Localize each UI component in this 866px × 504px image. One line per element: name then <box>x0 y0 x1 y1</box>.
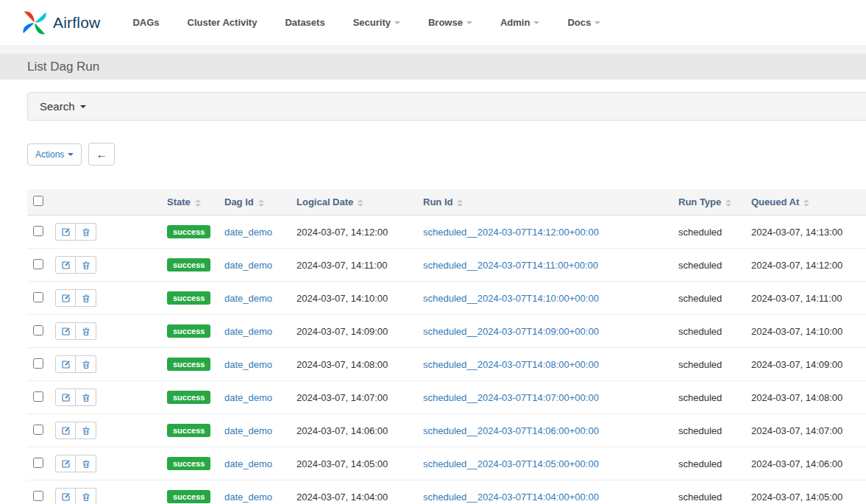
navbar: Airflow DAGs Cluster Activity Datasets S… <box>0 0 866 45</box>
state-badge: success <box>167 358 210 371</box>
nav-item-browse[interactable]: Browse <box>428 17 472 28</box>
dag-id-link[interactable]: date_demo <box>224 392 272 403</box>
nav-item-dags[interactable]: DAGs <box>132 17 159 28</box>
chevron-down-icon <box>466 21 472 24</box>
dag-id-link[interactable]: date_demo <box>224 458 272 469</box>
column-header-state[interactable]: State <box>161 189 219 216</box>
edit-icon <box>61 426 71 436</box>
dag-id-link[interactable]: date_demo <box>224 326 272 337</box>
chevron-down-icon <box>394 21 400 24</box>
column-header-dag-id[interactable]: Dag Id <box>219 189 291 216</box>
logical-date-value: 2024-03-07, 14:11:00 <box>297 260 387 271</box>
row-checkbox[interactable] <box>33 425 43 435</box>
column-header-run-id[interactable]: Run Id <box>417 189 672 216</box>
delete-button[interactable] <box>76 455 96 472</box>
edit-button[interactable] <box>55 455 76 472</box>
page-title: List Dag Run <box>27 60 99 74</box>
dag-id-link[interactable]: date_demo <box>224 260 272 271</box>
nav-item-cluster-activity[interactable]: Cluster Activity <box>188 17 258 28</box>
delete-button[interactable] <box>76 256 96 274</box>
run-type-value: scheduled <box>678 425 722 436</box>
trash-icon <box>82 492 90 502</box>
run-type-value: scheduled <box>678 359 722 370</box>
row-checkbox[interactable] <box>33 358 43 369</box>
edit-button[interactable] <box>55 488 76 504</box>
search-panel-toggle[interactable]: Search <box>27 92 866 121</box>
nav-item-datasets[interactable]: Datasets <box>285 17 324 28</box>
airflow-brand[interactable]: Airflow <box>21 9 100 37</box>
sort-icon <box>803 199 809 207</box>
run-id-link[interactable]: scheduled__2024-03-07T14:11:00+00:00 <box>423 260 598 271</box>
state-badge: success <box>167 225 210 238</box>
table-row: success date_demo 2024-03-07, 14:09:00 s… <box>27 315 866 348</box>
edit-icon <box>61 260 71 270</box>
delete-button[interactable] <box>76 289 96 307</box>
select-all-checkbox[interactable] <box>33 196 43 206</box>
queued-at-value: 2024-03-07, 14:05:00 <box>751 491 842 503</box>
row-checkbox[interactable] <box>33 226 43 236</box>
edit-button[interactable] <box>55 256 76 274</box>
run-id-link[interactable]: scheduled__2024-03-07T14:12:00+00:00 <box>423 227 599 238</box>
run-id-link[interactable]: scheduled__2024-03-07T14:10:00+00:00 <box>423 293 599 304</box>
select-all-cell <box>27 189 49 216</box>
row-checkbox[interactable] <box>33 259 43 269</box>
nav-item-admin[interactable]: Admin <box>500 17 539 28</box>
delete-button[interactable] <box>76 488 96 504</box>
run-id-link[interactable]: scheduled__2024-03-07T14:07:00+00:00 <box>423 392 599 403</box>
table-row: success date_demo 2024-03-07, 14:05:00 s… <box>27 447 866 480</box>
dag-id-link[interactable]: date_demo <box>224 227 272 238</box>
dag-id-link[interactable]: date_demo <box>224 359 272 370</box>
edit-button[interactable] <box>55 422 76 439</box>
back-arrow-icon: ← <box>96 148 107 160</box>
trash-icon <box>82 294 90 303</box>
edit-icon <box>61 327 71 336</box>
edit-button[interactable] <box>55 388 76 406</box>
trash-icon <box>82 459 90 469</box>
column-header-logical-date[interactable]: Logical Date <box>291 189 417 216</box>
actions-button[interactable]: Actions <box>27 143 82 166</box>
dag-id-link[interactable]: date_demo <box>224 293 272 304</box>
column-header-run-type[interactable]: Run Type <box>672 189 745 216</box>
delete-button[interactable] <box>76 388 96 406</box>
table-row: success date_demo 2024-03-07, 14:11:00 s… <box>27 249 866 282</box>
dag-id-link[interactable]: date_demo <box>224 491 272 503</box>
back-button[interactable]: ← <box>88 143 115 166</box>
column-header-queued-at[interactable]: Queued At <box>745 189 866 216</box>
row-checkbox[interactable] <box>33 325 43 336</box>
run-id-link[interactable]: scheduled__2024-03-07T14:08:00+00:00 <box>423 359 599 370</box>
logical-date-value: 2024-03-07, 14:10:00 <box>297 293 388 304</box>
nav-item-docs[interactable]: Docs <box>567 17 600 28</box>
edit-button[interactable] <box>55 289 76 307</box>
run-id-link[interactable]: scheduled__2024-03-07T14:05:00+00:00 <box>423 458 599 469</box>
sort-icon <box>258 199 264 207</box>
table-row: success date_demo 2024-03-07, 14:06:00 s… <box>27 414 866 447</box>
table-row: success date_demo 2024-03-07, 14:08:00 s… <box>27 348 866 381</box>
logical-date-value: 2024-03-07, 14:05:00 <box>297 458 388 469</box>
run-id-link[interactable]: scheduled__2024-03-07T14:06:00+00:00 <box>423 425 599 436</box>
trash-icon <box>82 327 90 336</box>
table-header-row: State Dag Id Logical Date Run Id Run Typ… <box>27 189 866 216</box>
run-id-link[interactable]: scheduled__2024-03-07T14:09:00+00:00 <box>423 326 599 337</box>
edit-button[interactable] <box>55 322 76 340</box>
edit-icon <box>61 459 71 469</box>
toolbar: Actions ← <box>27 143 866 166</box>
nav-item-security[interactable]: Security <box>353 17 400 28</box>
delete-button[interactable] <box>76 422 96 439</box>
delete-button[interactable] <box>76 223 96 241</box>
run-id-link[interactable]: scheduled__2024-03-07T14:04:00+00:00 <box>423 491 599 503</box>
run-type-value: scheduled <box>678 491 722 503</box>
row-checkbox[interactable] <box>33 458 43 468</box>
state-badge: success <box>167 391 210 404</box>
state-badge: success <box>167 490 210 503</box>
delete-button[interactable] <box>76 355 96 373</box>
edit-button[interactable] <box>55 355 76 373</box>
queued-at-value: 2024-03-07, 14:10:00 <box>751 326 842 337</box>
edit-button[interactable] <box>55 223 76 241</box>
logical-date-value: 2024-03-07, 14:08:00 <box>297 359 388 370</box>
row-checkbox[interactable] <box>33 491 43 501</box>
row-checkbox[interactable] <box>33 292 43 302</box>
delete-button[interactable] <box>76 322 96 340</box>
trash-icon <box>82 426 90 436</box>
dag-id-link[interactable]: date_demo <box>224 425 272 436</box>
row-checkbox[interactable] <box>33 391 43 402</box>
